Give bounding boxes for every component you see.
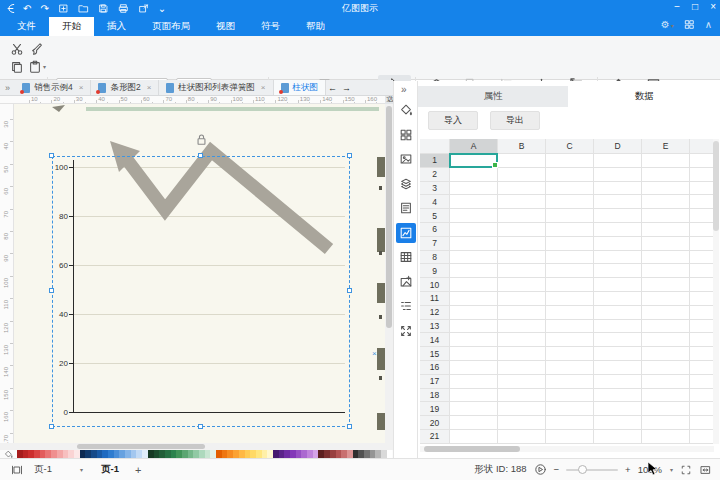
canvas-horizontal-scrollbar[interactable]: [0, 443, 393, 450]
sheet-cell[interactable]: [498, 168, 546, 182]
sheet-cell[interactable]: [642, 182, 690, 196]
sheet-header-cell[interactable]: 7: [420, 237, 450, 251]
fit-to-window-icon[interactable]: [699, 464, 712, 476]
sheet-cell[interactable]: [642, 264, 690, 278]
sheet-cell[interactable]: [450, 306, 498, 320]
sheet-cell[interactable]: [594, 223, 642, 237]
page-selector[interactable]: 页-1: [34, 463, 52, 476]
sheet-header-cell[interactable]: 10: [420, 278, 450, 292]
sheet-cell[interactable]: [642, 168, 690, 182]
sheet-cell[interactable]: [450, 416, 498, 430]
selection-bounding-box[interactable]: [52, 156, 350, 427]
sheet-cell[interactable]: [642, 389, 690, 403]
sheet-header-cell[interactable]: A: [450, 139, 498, 154]
sheet-cell[interactable]: [690, 168, 714, 182]
selected-cell-A1[interactable]: [449, 153, 498, 168]
sheet-cell[interactable]: [450, 209, 498, 223]
sheet-cell[interactable]: [546, 195, 594, 209]
canvas-vertical-scrollbar[interactable]: [385, 104, 393, 443]
sheet-cell[interactable]: [642, 278, 690, 292]
selection-handle[interactable]: [198, 153, 203, 158]
sheet-header-cell[interactable]: 21: [420, 430, 450, 444]
sheet-cell[interactable]: [594, 278, 642, 292]
sheet-cell[interactable]: [642, 430, 690, 444]
sheet-cell[interactable]: [594, 320, 642, 334]
selection-handle[interactable]: [198, 424, 203, 429]
sheet-cell[interactable]: [690, 154, 714, 168]
sheet-cell[interactable]: [642, 209, 690, 223]
menu-tab-开始[interactable]: 开始: [49, 17, 94, 36]
sheet-cell[interactable]: [546, 264, 594, 278]
sheet-header-cell[interactable]: 17: [420, 375, 450, 389]
sheet-cell[interactable]: [546, 416, 594, 430]
open-folder-button[interactable]: [78, 3, 89, 14]
sheet-cell[interactable]: [498, 375, 546, 389]
sheet-cell[interactable]: [498, 320, 546, 334]
format-painter-button[interactable]: [28, 41, 46, 56]
sheet-cell[interactable]: [450, 182, 498, 196]
sheet-cell[interactable]: [450, 292, 498, 306]
sheet-cell[interactable]: [690, 264, 714, 278]
sheet-cell[interactable]: [546, 168, 594, 182]
tab-properties[interactable]: 属性: [418, 86, 568, 107]
sheet-cell[interactable]: [690, 430, 714, 444]
sheet-cell[interactable]: [498, 416, 546, 430]
panel-collapse-chevrons-icon[interactable]: »: [401, 84, 407, 95]
sheet-header-cell[interactable]: 4: [420, 195, 450, 209]
sheet-cell[interactable]: [690, 278, 714, 292]
document-tab-柱状图和列表弹簧图[interactable]: 柱状图和列表弹簧图×: [159, 80, 273, 95]
collapse-ribbon-icon[interactable]: ∧: [705, 19, 712, 30]
page-tab[interactable]: 页-1: [101, 463, 119, 476]
side-tool-layers[interactable]: [396, 174, 416, 194]
import-button[interactable]: 导入: [428, 111, 478, 130]
selection-handle[interactable]: [347, 288, 352, 293]
sheet-cell[interactable]: [690, 416, 714, 430]
sheet-header-cell[interactable]: 20: [420, 416, 450, 430]
sheet-cell[interactable]: [498, 292, 546, 306]
sheet-cell[interactable]: [498, 182, 546, 196]
sheet-cell[interactable]: [546, 361, 594, 375]
sheet-cell[interactable]: [498, 361, 546, 375]
side-tool-note[interactable]: [396, 198, 416, 218]
sheet-cell[interactable]: [498, 223, 546, 237]
sheet-cell[interactable]: [450, 375, 498, 389]
sheet-cell[interactable]: [642, 154, 690, 168]
pages-overview-icon[interactable]: [10, 464, 24, 476]
sheet-cell[interactable]: [546, 251, 594, 265]
sheet-cell[interactable]: [594, 209, 642, 223]
cut-button[interactable]: [8, 41, 26, 56]
sheet-cell[interactable]: [450, 402, 498, 416]
sheet-cell[interactable]: [546, 223, 594, 237]
maximize-button[interactable]: □: [692, 1, 698, 12]
document-tab-柱状图[interactable]: 柱状图: [274, 80, 327, 95]
sheet-cell[interactable]: [594, 402, 642, 416]
sheet-cell[interactable]: [690, 182, 714, 196]
sheet-cell[interactable]: [690, 306, 714, 320]
sheet-cell[interactable]: [546, 430, 594, 444]
sheet-cell[interactable]: [594, 375, 642, 389]
page-selector-caret-icon[interactable]: ▾: [80, 466, 83, 473]
selection-handle[interactable]: [347, 424, 352, 429]
sheet-vertical-scrollbar[interactable]: [713, 139, 719, 444]
sheet-cell[interactable]: [690, 333, 714, 347]
sheet-header-cell[interactable]: E: [642, 139, 690, 154]
paste-button[interactable]: ▾: [28, 59, 46, 74]
sheet-cell[interactable]: [498, 278, 546, 292]
sheet-cell[interactable]: [546, 237, 594, 251]
sheet-cell[interactable]: [594, 154, 642, 168]
tab-nav-forward-icon[interactable]: →: [342, 83, 351, 93]
sheet-cell[interactable]: [498, 237, 546, 251]
sheet-cell[interactable]: [642, 333, 690, 347]
selection-handle[interactable]: [49, 424, 54, 429]
sheet-header-cell[interactable]: 2: [420, 168, 450, 182]
sheet-cell[interactable]: [642, 402, 690, 416]
sheet-cell[interactable]: [594, 237, 642, 251]
sheet-header-cell[interactable]: 9: [420, 264, 450, 278]
close-tab-icon[interactable]: ×: [261, 83, 266, 92]
sheet-cell[interactable]: [690, 209, 714, 223]
sheet-cell[interactable]: [594, 430, 642, 444]
sheet-cell[interactable]: [594, 168, 642, 182]
sheet-cell[interactable]: [690, 347, 714, 361]
sheet-header-cell[interactable]: 11: [420, 292, 450, 306]
sheet-cell[interactable]: [546, 209, 594, 223]
